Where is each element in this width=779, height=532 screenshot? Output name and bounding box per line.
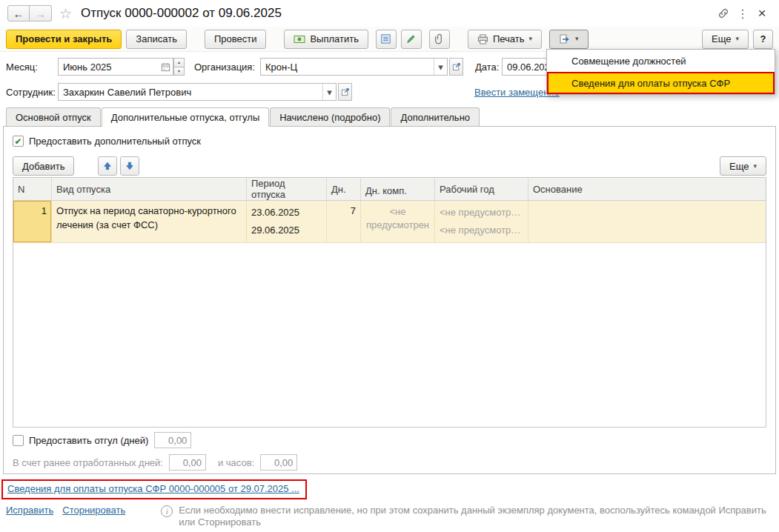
payslip-button[interactable] [376, 30, 397, 49]
caret-down-icon: ▾ [575, 36, 579, 42]
forward-arrow-icon: → [35, 7, 46, 20]
vacation-period-cell[interactable]: 23.06.2025 29.06.2025 [247, 201, 327, 242]
footer-info-text: Если необходимо внести исправление, но п… [179, 505, 774, 528]
period-start[interactable]: 23.06.2025 [251, 204, 322, 222]
hours-input[interactable]: 0,00 [260, 454, 297, 471]
column-header-n[interactable]: N [13, 178, 52, 200]
employee-open-button[interactable] [338, 83, 352, 101]
row-number-cell[interactable]: 1 [13, 201, 52, 242]
move-down-button[interactable] [120, 156, 139, 176]
create-based-on-button[interactable]: ▾ [549, 30, 589, 49]
table-more-button[interactable]: Еще ▾ [720, 156, 766, 176]
vacations-table: N Вид отпуска Период отпуска Дн. Дн. ком… [13, 177, 766, 428]
otgul-days-input[interactable]: 0,00 [154, 432, 191, 448]
caret-down-icon: ▾ [529, 36, 533, 42]
tab-additional-vacations[interactable]: Дополнительные отпуска, отгулы [102, 107, 270, 127]
post-and-close-label: Провести и закрыть [16, 33, 112, 44]
favorite-star-icon[interactable]: ☆ [59, 5, 72, 22]
work-year-line2: <не предусмотр… [440, 222, 523, 239]
table-header: N Вид отпуска Период отпуска Дн. Дн. ком… [13, 178, 766, 201]
reason-cell[interactable] [528, 201, 766, 242]
sfr-payment-info-link[interactable]: Сведения для оплаты отпуска СФР 0000-000… [7, 483, 299, 494]
dropdown-caret-icon[interactable]: ▾ [434, 59, 447, 75]
toolbar: Провести и закрыть Записать Провести Вып… [0, 27, 779, 52]
month-input[interactable]: Июнь 2025 [58, 58, 173, 76]
organization-value[interactable]: Крон-Ц [261, 59, 434, 75]
provide-additional-label: Предоставить дополнительный отпуск [29, 136, 201, 147]
create-based-on-menu: Совмещение должностей Сведения для оплат… [546, 49, 775, 95]
more-button[interactable]: Еще ▾ [702, 30, 749, 49]
titlebar: ← → ☆ Отпуск 0000-000002 от 09.06.2025 ⋮… [0, 0, 779, 27]
column-header-comp-days[interactable]: Дн. комп. [361, 178, 435, 200]
vacation-kind-cell[interactable]: Отпуск на период санаторно-курортного ле… [52, 201, 247, 242]
pay-button[interactable]: Выплатить [284, 30, 368, 49]
column-header-work-year[interactable]: Рабочий год [435, 178, 528, 200]
more-label: Еще [712, 33, 731, 44]
chain-icon [717, 7, 729, 19]
column-header-kind[interactable]: Вид отпуска [52, 178, 247, 200]
print-label: Печать [493, 33, 525, 44]
save-button[interactable]: Записать [126, 30, 187, 49]
edit-comment-button[interactable] [401, 30, 422, 49]
reverse-link[interactable]: Сторнировать [62, 505, 125, 516]
more-label: Еще [729, 161, 749, 172]
print-button[interactable]: Печать ▾ [468, 30, 542, 49]
earlier-days-input[interactable]: 0,00 [169, 454, 206, 471]
attachments-button[interactable] [429, 30, 450, 49]
banknote-icon [294, 35, 305, 44]
period-end[interactable]: 29.06.2025 [251, 222, 322, 239]
menu-item-label: Сведения для оплаты отпуска СФР [571, 78, 730, 89]
month-label: Месяц: [6, 61, 58, 73]
footer-row: Исправить Сторнировать i Если необходимо… [6, 505, 774, 528]
fix-link[interactable]: Исправить [6, 505, 53, 516]
table-row[interactable]: 1 Отпуск на период санаторно-курортного … [13, 201, 766, 243]
window-menu-icon[interactable]: ⋮ [733, 4, 752, 23]
window-title: Отпуск 0000-000002 от 09.06.2025 [81, 6, 282, 21]
tab-accrued-details[interactable]: Начислено (подробно) [270, 107, 390, 126]
spin-down-button[interactable]: ▾ [173, 67, 185, 76]
date-label: Дата: [475, 61, 502, 73]
spin-up-button[interactable]: ▴ [173, 58, 185, 67]
help-button[interactable]: ? [753, 30, 773, 49]
open-icon [452, 62, 461, 71]
employee-input[interactable]: Захаркин Савелий Петрович ▾ [58, 83, 337, 101]
days-cell[interactable]: 7 [327, 201, 361, 242]
save-label: Записать [136, 33, 177, 44]
back-button[interactable]: ← [7, 5, 30, 21]
calendar-icon[interactable] [158, 59, 173, 75]
close-icon[interactable]: × [752, 4, 772, 23]
provide-additional-checkbox[interactable]: ✔ [13, 136, 24, 147]
pencil-icon [405, 33, 417, 44]
provide-otgul-checkbox[interactable] [13, 435, 24, 446]
organization-open-button[interactable] [449, 58, 463, 76]
add-row-button[interactable]: Добавить [13, 156, 74, 176]
column-header-reason[interactable]: Основание [528, 178, 766, 200]
paperclip-icon [434, 33, 445, 44]
column-header-days[interactable]: Дн. [327, 178, 361, 200]
post-button[interactable]: Провести [205, 30, 267, 49]
organization-input[interactable]: Крон-Ц ▾ [260, 58, 448, 76]
document-list-icon [380, 33, 391, 44]
dropdown-caret-icon[interactable]: ▾ [322, 84, 336, 100]
menu-item-sfr-payment-info[interactable]: Сведения для оплаты отпуска СФР [547, 72, 775, 94]
move-up-button[interactable] [98, 156, 117, 176]
tab-label: Дополнительные отпуска, отгулы [111, 112, 260, 123]
tab-main-vacation[interactable]: Основной отпуск [6, 107, 101, 126]
open-icon [341, 87, 350, 96]
tab-additional[interactable]: Дополнительно [391, 107, 480, 126]
column-header-period[interactable]: Период отпуска [247, 178, 327, 200]
comp-days-cell[interactable]: <не предусмотрен [361, 201, 435, 242]
work-year-cell[interactable]: <не предусмотр… <не предусмотр… [435, 201, 528, 242]
nav-history-group: ← → [7, 5, 52, 21]
copy-link-icon[interactable] [714, 4, 733, 23]
month-value[interactable]: Июнь 2025 [59, 59, 158, 75]
arrow-up-icon [102, 161, 113, 171]
menu-item-job-combination[interactable]: Совмещение должностей [547, 50, 775, 72]
forward-button[interactable]: → [30, 5, 52, 21]
employee-label: Сотрудник: [6, 87, 58, 98]
sfr-link-highlight-box: Сведения для оплаты отпуска СФР 0000-000… [1, 479, 307, 499]
tab-label: Основной отпуск [16, 112, 91, 123]
employee-value[interactable]: Захаркин Савелий Петрович [59, 84, 322, 100]
checkmark-icon: ✔ [14, 136, 21, 147]
post-and-close-button[interactable]: Провести и закрыть [6, 30, 122, 49]
